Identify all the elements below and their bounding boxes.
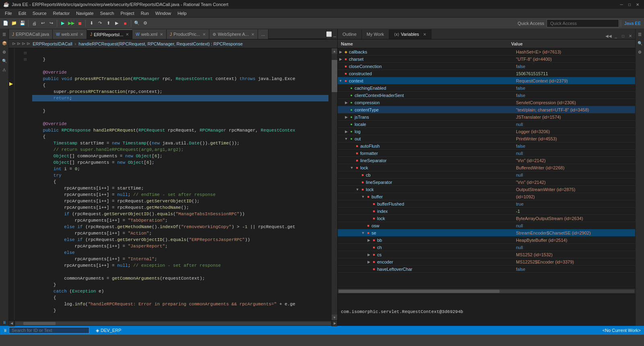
toolbar-resume-btn[interactable]: ▶ <box>113 19 121 27</box>
var-row-out[interactable]: ▼ ● out PrintWriter (id=4553) <box>338 135 635 142</box>
toolbar-debug-btn[interactable]: ▶ <box>59 19 67 27</box>
toolbar-step-return-btn[interactable]: ⬆ <box>104 19 112 27</box>
var-row-jstrans[interactable]: ▶ ● jsTrans JSTranslater (id=1574) <box>338 113 635 121</box>
toolbar-save-btn[interactable]: 💾 <box>19 19 27 27</box>
menu-help[interactable]: Help <box>174 9 190 17</box>
close-button[interactable]: ✕ <box>634 1 641 8</box>
vscroll-up-btn[interactable]: ▲ <box>332 48 337 54</box>
tab-close-1[interactable]: ✕ <box>80 32 83 37</box>
tab-close-2[interactable]: ✕ <box>126 32 129 37</box>
var-row-linesep[interactable]: ■ lineSeparator "\r\n" (id=2142) <box>338 157 635 164</box>
toolbar-print-btn[interactable]: 🖨 <box>30 19 38 27</box>
menu-run[interactable]: Run <box>138 9 152 17</box>
minimize-button[interactable]: ─ <box>618 1 625 8</box>
left-icon-3[interactable]: ⚙ <box>1 48 8 56</box>
var-row-lock3[interactable]: ■ lock ByteArrayOutputStream (id=2634) <box>338 215 635 222</box>
var-row-clientcontext[interactable]: ● clientContextHeaderSent false <box>338 92 635 99</box>
toolbar-redo-btn[interactable]: ↪ <box>47 19 55 27</box>
left-icon-1[interactable]: ☰ <box>1 31 8 38</box>
toolbar-search-btn[interactable]: 🔍 <box>133 19 141 27</box>
var-row-haveleftover[interactable]: ■ haveLeftoverChar false <box>338 266 635 273</box>
breadcrumb-method[interactable]: handleRPCRequest(RPCRequest, RPCManager,… <box>78 41 243 46</box>
vscroll-down-btn[interactable]: ▼ <box>332 315 337 320</box>
menu-source[interactable]: Source <box>29 9 50 17</box>
var-row-log[interactable]: ▶ ● log Logger (id=3206) <box>338 128 635 135</box>
editor-tab-5[interactable]: ⚙ WebSphere A... ✕ <box>209 29 258 39</box>
tab-variables[interactable]: ⟨x⟩ Variables ✕ <box>389 29 431 39</box>
var-row-ch[interactable]: ■ ch null <box>338 244 635 251</box>
var-row-lock2[interactable]: ▼ ■ lock OutputStreamWriter (id=2875) <box>338 186 635 193</box>
var-row-se[interactable]: ▼ ■ se StreamEncoder$CharsetSE (id=2902) <box>338 229 635 237</box>
left-icon-debug[interactable]: ⏸ <box>1 319 8 326</box>
toolbar-terminate-btn[interactable]: ■ <box>121 19 129 27</box>
maximize-button[interactable]: □ <box>626 1 633 8</box>
left-icon-5[interactable]: ⚠ <box>1 66 8 73</box>
editor-tab-2[interactable]: J ERPReportsI... ✕ <box>87 29 132 39</box>
variables-tree[interactable]: ▶ ◆ callbacks HashSet<E> (id=7613) ▶ ■ c… <box>338 48 635 288</box>
search-input[interactable] <box>9 327 89 334</box>
tab-close-5[interactable]: ✕ <box>251 32 254 37</box>
var-row-encoder[interactable]: ▶ ■ encoder MS12252$Encoder (id=3379) <box>338 258 635 266</box>
rtc-minimize[interactable]: _ <box>613 33 619 39</box>
menu-navigate[interactable]: Navigate <box>73 9 97 17</box>
var-row-autoflush[interactable]: ■ autoFlush false <box>338 142 635 150</box>
tab-variables-close[interactable]: ✕ <box>423 32 426 37</box>
rtc-collapse[interactable]: ◀◀ <box>605 33 612 39</box>
tab-my-work[interactable]: My Work <box>362 29 389 39</box>
var-row-linesep2[interactable]: ■ lineSeparator "\r\n" (id=2142) <box>338 179 635 186</box>
var-row-closeconn[interactable]: ■ closeConnection false <box>338 63 635 70</box>
toolbar-step-into-btn[interactable]: ⬇ <box>87 19 95 27</box>
var-row-context[interactable]: ▼ ■ context RequestContext (id=2379) <box>338 77 635 84</box>
ebs-thumb[interactable] <box>23 322 56 325</box>
menu-edit[interactable]: Edit <box>15 9 29 17</box>
var-row-constructed[interactable]: ■ constructed 1506761515711 <box>338 70 635 77</box>
menu-search[interactable]: Search <box>97 9 118 17</box>
var-row-bufferflushed[interactable]: ■ bufferFlushed true <box>338 200 635 208</box>
menu-project[interactable]: Project <box>117 9 137 17</box>
toolbar-open-btn[interactable]: 📁 <box>10 19 18 27</box>
var-row-cb[interactable]: ■ cb null <box>338 171 635 179</box>
var-row-lock1[interactable]: ▼ ■ lock BufferedWriter (id=2268) <box>338 164 635 171</box>
toolbar-new-btn[interactable]: 📄 <box>2 19 10 27</box>
var-h-scroll-thumb[interactable] <box>339 290 500 293</box>
rtc-close[interactable]: ✕ <box>627 33 634 39</box>
ebs-left-btn[interactable]: ◀ <box>9 321 14 326</box>
editor-tab-3[interactable]: W web.xml ✕ <box>132 29 167 39</box>
far-right-icon-2[interactable]: 🔍 <box>636 39 644 47</box>
var-row-osw[interactable]: ■ osw null <box>338 222 635 229</box>
editor-tab-overflow[interactable]: ... <box>258 29 268 39</box>
var-row-index[interactable]: ■ index -1 <box>338 208 635 215</box>
var-row-formatter[interactable]: ■ formatter null <box>338 150 635 157</box>
rtc-maximize[interactable]: □ <box>620 33 626 39</box>
editor-tab-4[interactable]: J ProductPric... ✕ <box>167 29 209 39</box>
menu-refactor[interactable]: Refactor <box>50 9 73 17</box>
tab-close-3[interactable]: ✕ <box>160 32 163 37</box>
quick-access-input[interactable] <box>547 19 619 27</box>
breadcrumb-class[interactable]: ERPReportsIDACall <box>33 41 72 46</box>
editor-maximize-btn[interactable]: ⬜ <box>326 29 332 39</box>
menu-file[interactable]: File <box>2 9 15 17</box>
var-row-contenttype[interactable]: ● contentType "text/plain; charset=UTF-8… <box>338 106 635 113</box>
var-row-charset[interactable]: ▶ ■ charset "UTF-8" (id=4400) <box>338 56 635 63</box>
far-right-icon-3[interactable]: ⚙ <box>636 48 644 56</box>
code-content[interactable]: } @Override public void processRPCTransa… <box>29 48 332 320</box>
left-icon-4[interactable]: 🔍 <box>1 57 8 64</box>
toolbar-undo-btn[interactable]: ↩ <box>39 19 47 27</box>
var-row-callbacks[interactable]: ▶ ◆ callbacks HashSet<E> (id=7613) <box>338 48 635 56</box>
var-row-cachingenabled[interactable]: ● cachingEnabled false <box>338 84 635 92</box>
toolbar-preferences-btn[interactable]: ⚙ <box>141 19 149 27</box>
vscroll-thumb[interactable] <box>332 60 337 92</box>
var-row-locale[interactable]: ● locale null <box>338 121 635 128</box>
toolbar-step-over-btn[interactable]: ↷ <box>96 19 104 27</box>
var-row-compression[interactable]: ▶ ● compression ServletCompression (id=2… <box>338 99 635 106</box>
editor-tab-1[interactable]: W web.xml ✕ <box>53 29 87 39</box>
perspective-java-ee[interactable]: Java EE <box>623 19 642 27</box>
toolbar-stop-btn[interactable]: ⏹ <box>76 19 84 27</box>
var-row-cs[interactable]: ▶ ■ cs MS1252 (id=1532) <box>338 251 635 258</box>
toolbar-run-btn[interactable]: ▶▶ <box>67 19 75 27</box>
menu-window[interactable]: Window <box>152 9 174 17</box>
ebs-right-btn[interactable]: ▶ <box>332 321 337 326</box>
editor-tab-0[interactable]: J ERPIDACall.java <box>9 29 53 39</box>
far-right-icon-1[interactable]: ☰ <box>636 31 644 38</box>
var-h-scroll[interactable] <box>338 288 635 294</box>
